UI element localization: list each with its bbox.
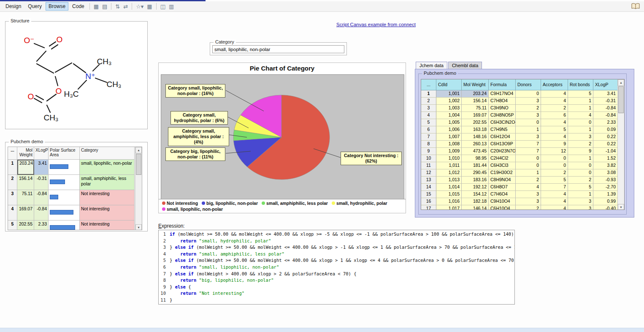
toolbar-tab-code[interactable]: Code <box>69 2 87 11</box>
grid-cell[interactable]: 1,004 <box>436 112 462 119</box>
grid-cell[interactable]: 0 <box>516 90 541 98</box>
grid-cell[interactable]: 183.16 <box>462 177 489 184</box>
grid-cell[interactable]: -0.84 <box>593 112 618 119</box>
grid-cell[interactable]: C9H17NO4 <box>489 90 516 98</box>
grid-cell[interactable]: 4 <box>541 198 568 205</box>
grid-cell[interactable]: 0.22 <box>593 133 618 141</box>
row-header[interactable]: 3 <box>421 105 436 112</box>
toolbar-tab-browse[interactable]: Browse <box>46 2 68 11</box>
grid-cell[interactable]: 4 <box>541 191 568 198</box>
column-header[interactable]: ... <box>8 147 17 160</box>
grid-cell[interactable]: 1 <box>568 191 593 198</box>
cell-mol-weight[interactable]: 203.24 <box>17 160 34 175</box>
scrollbar-down-button[interactable]: ▼ <box>618 204 624 210</box>
grid-cell[interactable]: C6H3Cl3 <box>489 162 516 169</box>
cell-category[interactable]: small, lipophilic, non-polar <box>80 160 135 175</box>
grid-cell[interactable]: 0.22 <box>593 141 618 148</box>
grid-cell[interactable]: 0 <box>568 162 593 169</box>
row-header[interactable]: 3 <box>8 190 17 205</box>
right-grid-scrollbar[interactable]: ▲ ▼ <box>617 79 624 210</box>
grid-cell[interactable]: 0 <box>568 119 593 126</box>
grid-cell[interactable]: 4 <box>541 98 568 105</box>
grid-cell[interactable]: 2 <box>568 141 593 148</box>
grid-cell[interactable]: 0 <box>516 162 541 169</box>
grid-cell[interactable]: 1,003 <box>436 105 462 112</box>
grid-cell[interactable]: 1.52 <box>593 155 618 162</box>
expression-code-editor[interactable]: 1if (molWeight >= 50.00 && molWeight <= … <box>158 230 515 305</box>
grid-cell[interactable]: 0 <box>541 155 568 162</box>
grid-cell[interactable]: 1 <box>568 126 593 133</box>
grid-cell[interactable]: -0.93 <box>593 177 618 184</box>
grid-cell[interactable]: -0.84 <box>593 105 618 112</box>
grid-cell[interactable]: 1,005 <box>436 119 462 126</box>
grid-cell[interactable]: 169.07 <box>462 112 489 119</box>
grid-cell[interactable]: 2 <box>541 169 568 177</box>
grid-cell[interactable]: C7H6O4 <box>489 191 516 198</box>
row-header[interactable]: 2 <box>421 98 436 105</box>
grid-cell[interactable]: 4 <box>541 90 568 98</box>
grid-cell[interactable]: 7 <box>541 184 568 191</box>
help-book-icon[interactable] <box>631 3 640 11</box>
cell-category[interactable]: Not interesting <box>80 190 135 205</box>
script-canvas-link[interactable]: Script Canvas example from connect <box>336 22 416 27</box>
grid-cell[interactable]: 75.11 <box>462 105 489 112</box>
grid-cell[interactable]: 3.41 <box>593 90 618 98</box>
cell-category[interactable]: Not interesting <box>80 205 135 220</box>
row-header[interactable]: 2 <box>8 175 17 190</box>
column-header[interactable]: XLogP <box>593 79 618 90</box>
grid-cell[interactable]: 1,017 <box>436 205 462 210</box>
horizontal-scrollbar[interactable] <box>0 328 644 332</box>
grid-cell[interactable]: 5 <box>541 177 568 184</box>
row-header[interactable]: 6 <box>421 126 436 133</box>
grid-cell[interactable]: -0.31 <box>593 98 618 105</box>
grid-cell[interactable]: 260.13 <box>462 141 489 148</box>
grid-view-icon[interactable]: ▦ <box>92 3 100 10</box>
grid-cell[interactable]: 5 <box>541 126 568 133</box>
column-header[interactable]: ... <box>421 79 436 90</box>
grid-cell[interactable]: 1,012 <box>436 169 462 177</box>
row-header[interactable]: 16 <box>421 198 436 205</box>
grid-cell[interactable]: 2 <box>516 177 541 184</box>
grid-cell[interactable]: 1,007 <box>436 133 462 141</box>
grid-cell[interactable]: 4 <box>541 119 568 126</box>
cell-xlogp[interactable]: -0.84 <box>34 190 49 205</box>
grid-cell[interactable]: 0.99 <box>593 198 618 205</box>
grid-cell[interactable]: C20H23N7O7 <box>489 148 516 155</box>
grid-cell[interactable]: 163.18 <box>462 126 489 133</box>
row-header[interactable]: 15 <box>421 191 436 198</box>
grid-cell[interactable]: 4 <box>541 133 568 141</box>
grid-cell[interactable]: 0 <box>568 169 593 177</box>
grid-cell[interactable]: C3H9NO <box>489 105 516 112</box>
grid-cell[interactable]: C8H9NO4 <box>489 177 516 184</box>
grid-cell[interactable]: 3 <box>516 133 541 141</box>
grid-cell[interactable]: 98.95 <box>462 155 489 162</box>
grid-cell[interactable]: 290.45 <box>462 169 489 177</box>
row-header[interactable]: 5 <box>8 220 17 230</box>
cell-polar-surface-area[interactable] <box>49 190 80 205</box>
grid-cell[interactable]: -2.70 <box>593 184 618 191</box>
grid-cell[interactable]: 0 <box>516 155 541 162</box>
cell-xlogp[interactable]: 3.41 <box>34 160 49 175</box>
row-header[interactable]: 17 <box>421 205 436 210</box>
toolbar-tab-query[interactable]: Query <box>25 2 45 11</box>
row-header[interactable]: 4 <box>8 205 17 220</box>
grid-cell[interactable]: 7 <box>516 148 541 155</box>
grid-cell[interactable]: 1 <box>568 105 593 112</box>
grid-cell[interactable]: 3 <box>568 133 593 141</box>
grid-cell[interactable]: 5 <box>568 184 593 191</box>
grid-cell[interactable]: 1,010 <box>436 155 462 162</box>
grid-cell[interactable]: C6H12O4 <box>489 133 516 141</box>
grid-cell[interactable]: 2 <box>516 105 541 112</box>
grid-cell[interactable]: 0.09 <box>593 126 618 133</box>
grid-cell[interactable]: 146.14 <box>462 205 489 210</box>
column-header[interactable]: Acceptors <box>541 79 568 90</box>
cell-mol-weight[interactable]: 75.11 <box>17 190 34 205</box>
row-header[interactable]: 9 <box>421 148 436 155</box>
row-header[interactable]: 7 <box>421 133 436 141</box>
grid-cell[interactable]: 7 <box>516 141 541 148</box>
column-header[interactable]: CdId <box>436 79 462 90</box>
row-header[interactable]: 5 <box>421 119 436 126</box>
grid-cell[interactable]: C7H8O4 <box>489 98 516 105</box>
grid-cell[interactable]: 4 <box>568 112 593 119</box>
form-view-icon[interactable]: ▤ <box>100 3 109 10</box>
